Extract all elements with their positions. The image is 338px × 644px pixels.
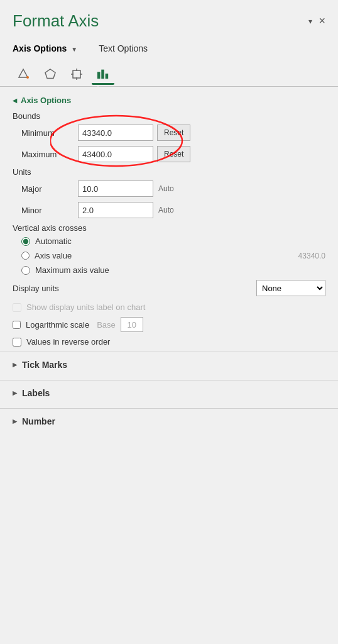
show-display-units-row: Show display units label on chart — [13, 303, 325, 312]
minor-auto-label[interactable]: Auto — [158, 206, 174, 214]
svg-rect-7 — [97, 72, 101, 79]
axis-value-label: Axis value — [35, 251, 72, 260]
minimum-input[interactable] — [78, 125, 153, 141]
axis-value-radio[interactable] — [21, 252, 30, 260]
max-axis-value-label: Maximum axis value — [35, 265, 109, 275]
major-field-row: Major Auto — [13, 180, 325, 197]
labels-label: Labels — [22, 388, 50, 398]
tick-marks-label: Tick Marks — [22, 360, 67, 370]
automatic-label: Automatic — [35, 236, 72, 246]
maximum-input[interactable] — [78, 146, 153, 162]
log-base-input[interactable] — [121, 317, 143, 332]
tick-marks-section[interactable]: ▶ Tick Marks — [0, 352, 338, 377]
minimum-reset-button[interactable]: Reset — [157, 125, 190, 141]
header-controls: ▾ × — [308, 14, 325, 28]
size-properties-icon — [70, 68, 83, 80]
number-arrow: ▶ — [13, 418, 17, 425]
logarithmic-scale-row: Logarithmic scale Base — [13, 317, 325, 332]
automatic-radio-row: Automatic — [13, 236, 325, 246]
fill-effects-icon — [18, 68, 30, 80]
header-dropdown-icon[interactable]: ▾ — [308, 17, 312, 26]
section-collapse-triangle: ◀ — [13, 97, 17, 104]
display-units-label: Display units — [13, 284, 59, 293]
svg-rect-2 — [73, 70, 80, 78]
values-reverse-order-label: Values in reverse order — [26, 337, 110, 347]
tab-axis-options[interactable]: Axis Options ▼ — [13, 40, 86, 58]
values-reverse-order-checkbox[interactable] — [13, 338, 21, 347]
tabs-row: Axis Options ▼ Text Options — [0, 36, 338, 58]
show-display-units-checkbox[interactable] — [13, 303, 21, 312]
display-units-select[interactable]: None Hundreds Thousands Millions Billion… — [256, 280, 325, 296]
minor-label: Minor — [21, 206, 78, 215]
logarithmic-scale-label: Logarithmic scale — [26, 320, 89, 330]
maximum-label: Maximum — [21, 150, 78, 159]
axis-options-button[interactable] — [92, 64, 114, 85]
effects-button[interactable] — [39, 64, 62, 85]
panel-title: Format Axis — [13, 11, 99, 31]
automatic-radio[interactable] — [21, 237, 30, 246]
base-label: Base — [97, 320, 116, 330]
logarithmic-scale-checkbox[interactable] — [13, 321, 21, 329]
size-properties-button[interactable] — [65, 64, 88, 85]
fill-effects-button[interactable] — [13, 64, 35, 85]
max-axis-value-radio-row: Maximum axis value — [13, 265, 325, 275]
show-display-units-label: Show display units label on chart — [26, 303, 145, 312]
minimum-label: Minimum — [21, 128, 78, 138]
icons-row — [0, 58, 338, 85]
max-axis-value-radio[interactable] — [21, 266, 30, 275]
maximum-reset-button[interactable]: Reset — [157, 146, 190, 162]
format-axis-panel: Format Axis ▾ × Axis Options ▼ Text Opti… — [0, 0, 338, 644]
values-reverse-order-row: Values in reverse order — [13, 337, 325, 347]
minor-field-row: Minor Auto — [13, 202, 325, 218]
labels-arrow: ▶ — [13, 390, 17, 396]
minor-input[interactable] — [78, 202, 153, 218]
number-section[interactable]: ▶ Number — [0, 408, 338, 434]
tick-marks-arrow: ▶ — [13, 362, 17, 368]
svg-marker-1 — [45, 69, 55, 79]
axis-value-label-container: Axis value — [21, 251, 72, 260]
bounds-label: Bounds — [13, 111, 325, 121]
close-button[interactable]: × — [319, 14, 325, 28]
major-auto-label[interactable]: Auto — [158, 184, 174, 193]
axis-options-section: ◀ Axis Options Bounds Minimum Reset Maxi… — [0, 87, 338, 347]
vertical-axis-crosses-label: Vertical axis crosses — [13, 223, 325, 233]
chart-bars-icon — [97, 67, 109, 80]
axis-options-header[interactable]: ◀ Axis Options — [13, 96, 325, 105]
tab-text-options[interactable]: Text Options — [86, 40, 156, 58]
number-label: Number — [22, 416, 55, 426]
minimum-field-row: Minimum Reset — [13, 125, 325, 141]
svg-rect-9 — [106, 74, 109, 79]
major-input[interactable] — [78, 180, 153, 197]
labels-section[interactable]: ▶ Labels — [0, 380, 338, 406]
axis-value-number: 43340.0 — [298, 252, 325, 260]
panel-header: Format Axis ▾ × — [0, 0, 338, 36]
display-units-row: Display units None Hundreds Thousands Mi… — [13, 280, 325, 296]
svg-point-0 — [26, 76, 29, 79]
units-label: Units — [13, 167, 325, 177]
maximum-field-row: Maximum Reset — [13, 146, 325, 162]
tab-axis-dropdown-icon[interactable]: ▼ — [71, 46, 77, 53]
bounds-fields: Minimum Reset Maximum Reset — [13, 125, 325, 162]
tab-indicator — [93, 86, 103, 91]
effects-icon — [44, 68, 57, 80]
svg-rect-8 — [101, 69, 104, 79]
major-label: Major — [21, 184, 78, 194]
axis-value-radio-row: Axis value 43340.0 — [13, 251, 325, 260]
